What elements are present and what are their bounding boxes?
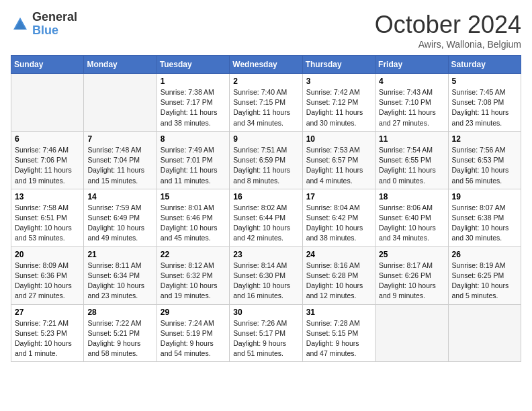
- day-number: 8: [161, 134, 226, 144]
- day-info: Sunrise: 7:56 AM Sunset: 6:53 PM Dayligh…: [452, 145, 517, 186]
- calendar-body: 1Sunrise: 7:38 AM Sunset: 7:17 PM Daylig…: [11, 74, 521, 362]
- day-number: 3: [306, 77, 371, 86]
- day-info: Sunrise: 7:54 AM Sunset: 6:55 PM Dayligh…: [379, 145, 444, 186]
- day-info: Sunrise: 8:17 AM Sunset: 6:26 PM Dayligh…: [379, 261, 444, 302]
- logo-text: General Blue: [32, 11, 77, 38]
- logo-general: General: [32, 11, 77, 24]
- day-info: Sunrise: 7:43 AM Sunset: 7:10 PM Dayligh…: [379, 87, 444, 128]
- calendar-cell: 4Sunrise: 7:43 AM Sunset: 7:10 PM Daylig…: [375, 74, 448, 132]
- day-info: Sunrise: 8:14 AM Sunset: 6:30 PM Dayligh…: [233, 261, 298, 302]
- day-number: 19: [452, 192, 517, 201]
- calendar-cell: 28Sunrise: 7:22 AM Sunset: 5:21 PM Dayli…: [84, 304, 157, 362]
- calendar-cell: [375, 304, 448, 362]
- day-number: 6: [15, 134, 80, 144]
- day-number: 30: [233, 308, 298, 317]
- calendar-cell: [11, 74, 84, 132]
- day-info: Sunrise: 7:48 AM Sunset: 7:04 PM Dayligh…: [87, 145, 152, 186]
- day-number: 17: [306, 192, 371, 201]
- day-number: 10: [306, 134, 371, 144]
- day-number: 22: [161, 250, 226, 259]
- day-info: Sunrise: 7:49 AM Sunset: 7:01 PM Dayligh…: [161, 145, 226, 186]
- day-info: Sunrise: 7:42 AM Sunset: 7:12 PM Dayligh…: [306, 87, 371, 128]
- calendar-cell: 29Sunrise: 7:24 AM Sunset: 5:19 PM Dayli…: [157, 304, 229, 362]
- day-info: Sunrise: 7:45 AM Sunset: 7:08 PM Dayligh…: [452, 87, 517, 128]
- day-info: Sunrise: 7:59 AM Sunset: 6:49 PM Dayligh…: [87, 203, 152, 244]
- week-row-1: 6Sunrise: 7:46 AM Sunset: 7:06 PM Daylig…: [11, 131, 521, 189]
- day-number: 24: [306, 250, 371, 259]
- calendar-cell: 12Sunrise: 7:56 AM Sunset: 6:53 PM Dayli…: [448, 131, 521, 189]
- day-number: 11: [379, 134, 444, 144]
- calendar-cell: 3Sunrise: 7:42 AM Sunset: 7:12 PM Daylig…: [302, 74, 375, 132]
- calendar-header: SundayMondayTuesdayWednesdayThursdayFrid…: [11, 56, 521, 74]
- day-number: 15: [161, 192, 226, 201]
- weekday-tuesday: Tuesday: [157, 56, 229, 74]
- calendar-cell: 30Sunrise: 7:26 AM Sunset: 5:17 PM Dayli…: [230, 304, 302, 362]
- day-number: 25: [379, 250, 444, 259]
- day-number: 21: [87, 250, 152, 259]
- calendar: SundayMondayTuesdayWednesdayThursdayFrid…: [11, 55, 521, 362]
- calendar-cell: 21Sunrise: 8:11 AM Sunset: 6:34 PM Dayli…: [84, 246, 157, 304]
- day-info: Sunrise: 7:22 AM Sunset: 5:21 PM Dayligh…: [87, 318, 152, 359]
- day-number: 2: [233, 77, 298, 86]
- page-header: General Blue October 2024 Awirs, Walloni…: [11, 11, 521, 50]
- calendar-cell: 16Sunrise: 8:02 AM Sunset: 6:44 PM Dayli…: [230, 189, 302, 246]
- calendar-cell: 11Sunrise: 7:54 AM Sunset: 6:55 PM Dayli…: [375, 131, 448, 189]
- day-number: 16: [233, 192, 298, 201]
- calendar-cell: 17Sunrise: 8:04 AM Sunset: 6:42 PM Dayli…: [302, 189, 375, 246]
- calendar-cell: 23Sunrise: 8:14 AM Sunset: 6:30 PM Dayli…: [230, 246, 302, 304]
- day-info: Sunrise: 8:04 AM Sunset: 6:42 PM Dayligh…: [306, 203, 371, 244]
- weekday-wednesday: Wednesday: [230, 56, 302, 74]
- calendar-cell: 8Sunrise: 7:49 AM Sunset: 7:01 PM Daylig…: [157, 131, 229, 189]
- calendar-cell: 7Sunrise: 7:48 AM Sunset: 7:04 PM Daylig…: [84, 131, 157, 189]
- day-info: Sunrise: 8:01 AM Sunset: 6:46 PM Dayligh…: [161, 203, 226, 244]
- day-number: 28: [87, 308, 152, 317]
- calendar-cell: 22Sunrise: 8:12 AM Sunset: 6:32 PM Dayli…: [157, 246, 229, 304]
- day-info: Sunrise: 7:38 AM Sunset: 7:17 PM Dayligh…: [161, 87, 226, 128]
- day-number: 29: [161, 308, 226, 317]
- day-info: Sunrise: 7:51 AM Sunset: 6:59 PM Dayligh…: [233, 145, 298, 186]
- day-number: 31: [306, 308, 371, 317]
- day-number: 4: [379, 77, 444, 86]
- calendar-cell: 2Sunrise: 7:40 AM Sunset: 7:15 PM Daylig…: [230, 74, 302, 132]
- day-info: Sunrise: 7:53 AM Sunset: 6:57 PM Dayligh…: [306, 145, 371, 186]
- calendar-cell: 31Sunrise: 7:28 AM Sunset: 5:15 PM Dayli…: [302, 304, 375, 362]
- day-number: 9: [233, 134, 298, 144]
- calendar-cell: 15Sunrise: 8:01 AM Sunset: 6:46 PM Dayli…: [157, 189, 229, 246]
- calendar-cell: [448, 304, 521, 362]
- location-subtitle: Awirs, Wallonia, Belgium: [375, 39, 521, 50]
- day-number: 18: [379, 192, 444, 201]
- day-info: Sunrise: 7:40 AM Sunset: 7:15 PM Dayligh…: [233, 87, 298, 128]
- day-info: Sunrise: 7:24 AM Sunset: 5:19 PM Dayligh…: [161, 318, 226, 359]
- day-info: Sunrise: 7:46 AM Sunset: 7:06 PM Dayligh…: [15, 145, 80, 186]
- weekday-friday: Friday: [375, 56, 448, 74]
- logo: General Blue: [11, 11, 77, 38]
- calendar-cell: 27Sunrise: 7:21 AM Sunset: 5:23 PM Dayli…: [11, 304, 84, 362]
- day-info: Sunrise: 8:06 AM Sunset: 6:40 PM Dayligh…: [379, 203, 444, 244]
- day-info: Sunrise: 7:21 AM Sunset: 5:23 PM Dayligh…: [15, 318, 80, 359]
- day-info: Sunrise: 7:28 AM Sunset: 5:15 PM Dayligh…: [306, 318, 371, 359]
- day-info: Sunrise: 7:26 AM Sunset: 5:17 PM Dayligh…: [233, 318, 298, 359]
- day-number: 12: [452, 134, 517, 144]
- day-info: Sunrise: 8:02 AM Sunset: 6:44 PM Dayligh…: [233, 203, 298, 244]
- day-number: 23: [233, 250, 298, 259]
- calendar-cell: 26Sunrise: 8:19 AM Sunset: 6:25 PM Dayli…: [448, 246, 521, 304]
- day-info: Sunrise: 8:16 AM Sunset: 6:28 PM Dayligh…: [306, 261, 371, 302]
- calendar-cell: 6Sunrise: 7:46 AM Sunset: 7:06 PM Daylig…: [11, 131, 84, 189]
- day-number: 20: [15, 250, 80, 259]
- day-info: Sunrise: 8:19 AM Sunset: 6:25 PM Dayligh…: [452, 261, 517, 302]
- weekday-row: SundayMondayTuesdayWednesdayThursdayFrid…: [11, 56, 521, 74]
- calendar-cell: 1Sunrise: 7:38 AM Sunset: 7:17 PM Daylig…: [157, 74, 229, 132]
- calendar-cell: 10Sunrise: 7:53 AM Sunset: 6:57 PM Dayli…: [302, 131, 375, 189]
- day-number: 26: [452, 250, 517, 259]
- day-number: 5: [452, 77, 517, 86]
- calendar-cell: 18Sunrise: 8:06 AM Sunset: 6:40 PM Dayli…: [375, 189, 448, 246]
- week-row-2: 13Sunrise: 7:58 AM Sunset: 6:51 PM Dayli…: [11, 189, 521, 246]
- calendar-cell: 19Sunrise: 8:07 AM Sunset: 6:38 PM Dayli…: [448, 189, 521, 246]
- calendar-cell: 9Sunrise: 7:51 AM Sunset: 6:59 PM Daylig…: [230, 131, 302, 189]
- day-number: 7: [87, 134, 152, 144]
- calendar-cell: 20Sunrise: 8:09 AM Sunset: 6:36 PM Dayli…: [11, 246, 84, 304]
- week-row-3: 20Sunrise: 8:09 AM Sunset: 6:36 PM Dayli…: [11, 246, 521, 304]
- day-number: 14: [87, 192, 152, 201]
- day-info: Sunrise: 8:09 AM Sunset: 6:36 PM Dayligh…: [15, 261, 80, 302]
- day-number: 1: [161, 77, 226, 86]
